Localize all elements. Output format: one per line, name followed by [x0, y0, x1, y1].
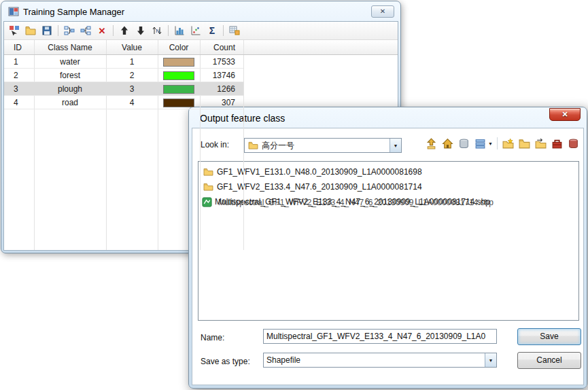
statistics-icon[interactable]: Σ — [205, 24, 219, 37]
grid-line — [243, 40, 244, 54]
table-row[interactable]: 4 road 4 307 — [4, 96, 243, 109]
cell-id: 2 — [4, 69, 34, 82]
cell-count: 1266 — [200, 82, 243, 96]
column-header-value[interactable]: Value — [106, 40, 158, 55]
name-label: Name: — [201, 333, 224, 342]
folder-icon — [203, 182, 213, 192]
cell-count: 13746 — [200, 69, 243, 82]
delete-sample-icon[interactable]: ✕ — [95, 24, 109, 37]
toolbar-separator — [168, 25, 169, 36]
cell-id: 1 — [4, 55, 34, 69]
cell-class-name: water — [34, 55, 106, 69]
cell-color — [158, 96, 200, 109]
dialog-body: Look in: 高分一号 ▼ ▼ — [192, 128, 584, 385]
move-down-icon[interactable] — [134, 24, 148, 37]
window-title: Training Sample Manager — [23, 7, 124, 17]
toolbar-separator — [113, 25, 114, 36]
look-in-value: 高分一号 — [262, 140, 386, 152]
dialog-title: Output feature class — [200, 113, 285, 124]
chevron-down-icon[interactable]: ▼ — [390, 139, 401, 152]
folder-icon — [247, 141, 258, 150]
toolbar-separator — [223, 25, 224, 36]
new-item-icon[interactable] — [502, 137, 514, 149]
color-swatch[interactable] — [163, 58, 194, 67]
list-item-label: Multispectral_GF1_WFV2_E133_4_N47_6_2013… — [215, 197, 490, 207]
cell-value: 2 — [106, 69, 158, 82]
list-item-label: GF1_WFV1_E131.0_N48.0_20130909_L1A000008… — [217, 167, 422, 177]
cancel-button[interactable]: Cancel — [517, 352, 581, 369]
table-header: ID Class Name Value Color Count — [4, 40, 398, 55]
cell-id: 3 — [4, 82, 34, 96]
contents-view-icon[interactable] — [474, 137, 486, 149]
tsm-titlebar[interactable]: Training Sample Manager ✕ — [1, 1, 400, 22]
app-icon — [8, 6, 19, 17]
cell-value: 4 — [106, 96, 158, 109]
folder-icon — [203, 167, 213, 177]
dialog-titlebar[interactable]: Output feature class ✕ — [189, 107, 587, 128]
grid-line — [106, 40, 107, 54]
cell-count: 17533 — [200, 55, 243, 69]
cell-class-name: forest — [34, 69, 106, 82]
cell-value: 1 — [106, 55, 158, 69]
cell-count: 307 — [200, 96, 243, 109]
table-row-selected[interactable]: 3 plough 3 1266 — [4, 82, 243, 96]
open-file-icon[interactable] — [24, 24, 37, 37]
color-swatch[interactable] — [163, 99, 194, 107]
column-header-class-name[interactable]: Class Name — [34, 40, 106, 55]
color-swatch[interactable] — [163, 71, 194, 80]
dialog-toolbar: ▼ — [425, 136, 579, 151]
cell-id: 4 — [4, 96, 34, 109]
histograms-icon[interactable] — [173, 24, 186, 37]
save-as-type-value: Shapefile — [266, 355, 481, 365]
cell-class-name: road — [34, 96, 106, 109]
close-icon[interactable]: ✕ — [549, 108, 581, 121]
toolbox-icon[interactable] — [551, 137, 563, 149]
look-in-dropdown[interactable]: 高分一号 ▼ — [244, 138, 402, 153]
cell-class-name: plough — [34, 82, 106, 96]
geodatabase-icon[interactable] — [567, 137, 579, 149]
split-samples-icon[interactable] — [79, 24, 92, 37]
move-up-icon[interactable] — [118, 24, 131, 37]
column-header-id[interactable]: ID — [4, 40, 34, 55]
reset-class-values-icon[interactable]: N — [150, 24, 164, 37]
save-button[interactable]: Save — [517, 328, 581, 345]
shapefile-icon — [201, 196, 212, 207]
scatterplots-icon[interactable] — [189, 24, 203, 37]
edit-pointer-icon[interactable] — [7, 24, 21, 37]
grid-line — [200, 40, 201, 54]
chevron-down-icon[interactable]: ▼ — [485, 353, 496, 367]
name-input[interactable] — [263, 329, 497, 344]
save-as-type-label: Save as type: — [201, 357, 250, 366]
chevron-down-icon[interactable]: ▼ — [488, 141, 493, 146]
color-swatch[interactable] — [163, 85, 194, 94]
output-feature-class-dialog: Output feature class ✕ Look in: 高分一号 ▼ — [188, 107, 587, 389]
grid-line — [243, 55, 244, 250]
list-item-label: GF1_WFV2_E133.4_N47.6_20130909_L1A000008… — [217, 182, 422, 192]
save-icon[interactable] — [40, 24, 54, 37]
merge-samples-icon[interactable] — [63, 24, 76, 37]
list-item[interactable]: GF1_WFV1_E131.0_N48.0_20130909_L1A000008… — [198, 164, 578, 179]
cell-color — [158, 69, 200, 82]
list-item[interactable]: GF1_WFV2_E133.4_N47.6_20130909_L1A000008… — [198, 179, 578, 194]
tsm-toolbar: ✕ N Σ — [4, 22, 398, 40]
column-header-color[interactable]: Color — [158, 40, 200, 55]
table-row[interactable]: 1 water 1 17533 — [4, 55, 243, 69]
column-header-count[interactable]: Count — [200, 40, 243, 55]
look-in-label: Look in: — [201, 140, 229, 149]
toolbar-separator — [58, 25, 58, 36]
connect-folder-icon[interactable] — [534, 137, 547, 149]
close-icon[interactable]: ✕ — [371, 5, 394, 18]
default-geodatabase-icon[interactable] — [457, 137, 470, 149]
cell-color — [158, 55, 200, 69]
home-icon[interactable] — [441, 137, 453, 149]
grid-line — [158, 40, 158, 54]
table-row[interactable]: 2 forest 2 13746 — [4, 69, 243, 82]
create-signature-icon[interactable] — [228, 24, 241, 37]
save-as-type-dropdown[interactable]: Shapefile ▼ — [263, 353, 497, 368]
up-one-level-icon[interactable] — [425, 137, 437, 149]
file-list[interactable]: GF1_WFV1_E131.0_N48.0_20130909_L1A000008… — [198, 161, 579, 321]
cell-value: 3 — [106, 82, 158, 96]
list-item-shapefile[interactable]: Multispectral_GF1_WFV2_E133_4_N47_6_2013… — [198, 194, 578, 209]
toolbar-separator — [497, 137, 498, 149]
open-folder-icon[interactable] — [518, 137, 530, 149]
